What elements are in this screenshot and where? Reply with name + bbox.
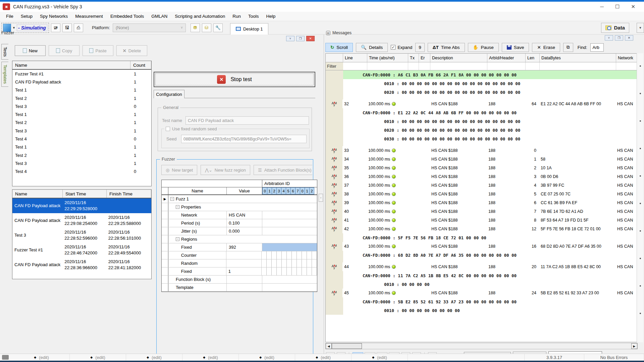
bit-cell[interactable] [297,251,302,259]
message-row[interactable]: 0020 : 00 00 00 00 00 00 00 00 00 00 00 … [326,126,637,134]
menu-item-help[interactable]: Help [263,12,279,20]
fuzz-grid-row[interactable]: ▶−Fuzz 1 [162,195,317,203]
data-dropdown-button[interactable]: ▼ [637,23,644,33]
fuzz-grid-value[interactable]: 1 [226,267,262,275]
runs-col-start[interactable]: Start Time [63,190,107,198]
fuzz-grid-value[interactable] [226,251,262,259]
new-button[interactable]: New [15,45,46,56]
menu-item-scripting-and-automation[interactable]: Scripting and Automation [171,12,228,20]
bit-cell[interactable] [297,267,302,275]
run-row[interactable]: Fuzzer Test #12020/11/1622:28:46:7420002… [12,243,151,257]
attach-function-blocks-button[interactable]: ☰Attach Function Block(s) [254,165,312,175]
filter-network[interactable] [616,62,637,70]
use-fixed-seed-checkbox[interactable]: Use fixed random seed [164,126,218,131]
pause-button[interactable]: ✋Pause [468,43,499,52]
message-row[interactable]: CAN-FD:0000 : 5F F5 7E 56 FB 18 CE 72 01… [326,233,637,242]
run-row[interactable]: Test 32020/11/1622:28:52:5960002020/11/1… [12,228,151,243]
fuzzer-restore-button[interactable]: ❐ [296,36,305,41]
bit-cell[interactable] [262,259,267,267]
run-row[interactable]: CAN FD Payload attack2020/11/1622:29:08:… [12,213,151,228]
message-row[interactable]: ?33100.000 msHS CAN $1881880HS CAN [326,146,637,155]
fuzz-grid-row[interactable]: Fixed1 [162,267,317,276]
paste-button[interactable]: Paste [83,45,113,56]
bit-cell[interactable] [297,259,302,267]
menu-item-setup[interactable]: Setup [17,12,36,20]
scroll-button[interactable]: ↻Scroll [325,43,353,52]
bit-cell[interactable] [302,259,307,267]
bit-cell[interactable] [282,251,287,259]
messages-col-er[interactable]: Er [419,54,430,62]
messages-col-arbid-header[interactable]: ArbId/Header [487,54,526,62]
menu-item-run[interactable]: Run [229,12,244,20]
wrench-icon[interactable]: 🔧 [213,23,223,32]
maximize-button[interactable]: ☐ [615,4,620,10]
fuzzer-close-button[interactable]: ✕ [306,36,315,41]
scroll-right-icon[interactable]: ▶ [631,343,637,349]
tab-tests[interactable]: Tests [1,44,8,60]
filter-er[interactable] [419,62,430,70]
nine-button[interactable]: 9 [415,43,425,52]
fuzzer-collapse-button[interactable]: ˅ [286,36,294,41]
collapse-expander-icon[interactable]: − [176,205,179,209]
message-row[interactable]: ?35100.000 msHS CAN $188188210 1AHS CAN [326,164,637,172]
tests-col-name[interactable]: Name [12,61,130,69]
database-add-icon[interactable]: ⛁ [202,23,211,32]
bit-cell[interactable] [287,259,292,267]
time-abs-button[interactable]: ΔTTime Abs [428,43,465,52]
bit-cell[interactable] [287,251,292,259]
status-edit-segment[interactable]: ◆(edit) [182,354,239,361]
message-row[interactable]: 0030 : 00 00 00 00 00 00 00 00 00 00 00 … [326,134,637,143]
messages-restore-button[interactable]: ❐ [615,35,623,41]
hardware-icon[interactable]: 🖳 [51,23,60,32]
panel-splitter-expand-button[interactable]: › [319,194,323,202]
status-edit-segment[interactable]: ◆(edit) [70,354,126,361]
details-button[interactable]: 🔍Details [356,43,388,52]
tab-desktop-1[interactable]: Desktop 1 [230,23,269,35]
runs-col-finish[interactable]: Finish Time [107,190,151,198]
bit-cell[interactable] [272,267,277,275]
minimize-button[interactable]: ─ [600,4,604,10]
fuzz-grid-row[interactable]: −Regions [162,235,317,243]
bit-cell[interactable] [302,267,307,275]
close-button[interactable]: ✕ [631,4,635,10]
filter-tx[interactable] [408,62,419,70]
message-row[interactable]: CAN-FD:0000 : A6 C1 B3 0A FB 66 2A F1 8A… [326,70,637,79]
message-row[interactable]: ?34100.000 msHS CAN $188188158HS CAN [326,155,637,164]
messages-col-time-abs-rel-[interactable]: Time (abs/rel) [367,54,408,62]
bit-cell[interactable] [272,251,277,259]
messages-col-len[interactable]: Len [526,54,540,62]
messages-col-databytes[interactable]: DataBytes [540,54,616,62]
menu-item-spy-networks[interactable]: Spy Networks [37,12,71,20]
bit-cell[interactable] [277,251,282,259]
stop-test-button[interactable]: ✕ Stop test [154,72,315,87]
tab-templates[interactable]: Templates [1,62,8,87]
tests-col-count[interactable]: Count [130,61,151,69]
marker-strip[interactable] [637,53,643,342]
message-row[interactable]: ?32100.000 msHS CAN $18818864E1 22 A2 0C… [326,100,637,108]
fuzz-grid-row[interactable]: Period (s)0.100 [162,219,317,227]
status-edit-segment[interactable]: ◆(edit) [13,354,70,361]
message-row[interactable]: 0010 : 00 00 00 00 00 00 00 00 [326,306,637,315]
fuzz-grid-row[interactable]: Counter [162,251,317,259]
messages-hscrollbar[interactable]: ◀ ▶ [325,343,638,349]
status-edit-segment[interactable]: ◆(edit) [295,354,352,361]
fuzz-grid-row[interactable]: Random [162,259,317,267]
status-edit-segment[interactable]: ◆(edit) [126,354,182,361]
fuzz-grid-value[interactable] [227,284,262,291]
fuzz-grid-value[interactable]: 0.100 [227,219,262,227]
collapse-expander-icon[interactable]: − [170,197,174,201]
message-row[interactable]: CAN-FD:0000 : E1 22 A2 0C 44 A8 AB 6B FF… [326,108,637,117]
filter-arbid[interactable] [487,62,526,70]
filter-databytes[interactable] [540,62,616,70]
filter-len[interactable] [526,62,540,70]
message-row[interactable]: ?37100.000 msHS CAN $18818843B 97 99 FCH… [326,181,637,190]
bit-cell[interactable] [307,259,312,267]
find-select[interactable]: Arb [590,43,604,52]
test-list-item[interactable]: CAN FD Payload attack1 [12,78,151,86]
message-row[interactable]: ?42100.000 msHS CAN $188188125F F5 7E 56… [326,225,637,233]
bit-cell[interactable] [277,267,282,275]
logging-icon[interactable]: ⎙ [74,23,83,32]
messages-hscroll-thumb[interactable] [332,343,362,349]
database-icon[interactable]: ⛃ [191,23,200,32]
bit-cell[interactable] [312,251,317,259]
